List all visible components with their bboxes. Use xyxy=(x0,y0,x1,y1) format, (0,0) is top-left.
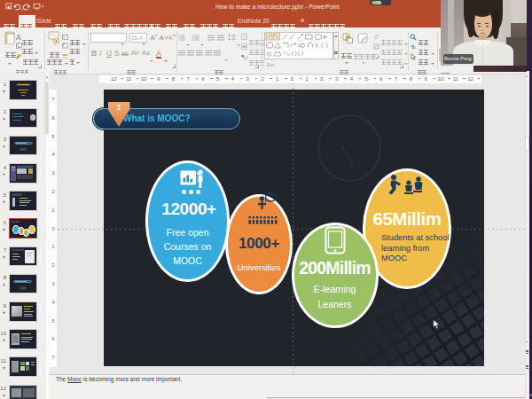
svg-text:A: A xyxy=(168,35,173,41)
